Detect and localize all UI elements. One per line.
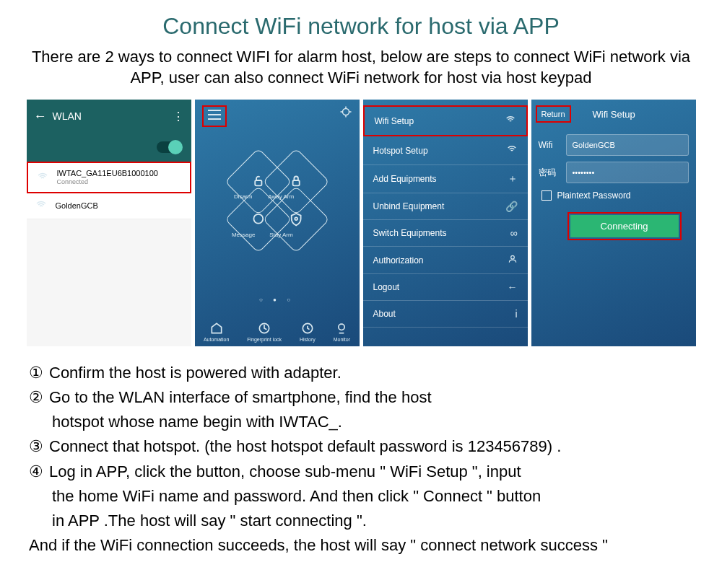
wlan-app-bar: ← WLAN ⋮: [27, 100, 191, 133]
step-text: hotspot whose name begin with IWTAC_.: [52, 410, 693, 434]
password-label: 密码: [539, 167, 566, 179]
connect-button-highlight: Connecting: [567, 212, 682, 240]
step-text: Confirm the host is powered with adapter…: [49, 361, 693, 385]
plus-icon: ＋: [508, 172, 518, 185]
wifi-icon: [506, 144, 518, 157]
user-icon: [508, 254, 518, 266]
step-text: Go to the WLAN interface of smartphone, …: [49, 385, 693, 410]
wlan-toggle-row: [27, 133, 191, 162]
wifi-input[interactable]: GoldenGCB: [566, 134, 689, 156]
svg-point-8: [510, 256, 514, 260]
wifi-icon: [37, 171, 48, 185]
back-icon[interactable]: ←: [34, 109, 47, 124]
svg-point-0: [342, 109, 349, 115]
step-text: Connect that hotspot. (the host hotspot …: [49, 434, 693, 459]
nav-fingerprint[interactable]: Fingerprint lock: [247, 321, 282, 342]
arm-diamond: Away Arm Disarm Stay Arm Message: [206, 129, 349, 272]
svg-point-7: [339, 324, 344, 330]
satellite-icon[interactable]: [339, 105, 352, 127]
wifi-setup-title: Wifi Setup: [593, 109, 635, 120]
instruction-steps: ①Confirm the host is powered with adapte…: [22, 361, 700, 558]
screenshot-row: ← WLAN ⋮ IWTAC_GA11EU6B1000100 Connected…: [22, 100, 700, 346]
step-number: ③: [29, 434, 43, 459]
svg-rect-1: [292, 180, 299, 185]
wifi-icon: [35, 199, 47, 213]
plaintext-checkbox[interactable]: Plaintext Password: [542, 190, 686, 201]
screen-wifi-setup: Return Wifi Setup Wifi GoldenGCB 密码 ••••…: [531, 100, 696, 346]
bottom-nav: Automation Fingerprint lock History Moni…: [195, 317, 360, 346]
menu-logout[interactable]: Logout←: [363, 274, 528, 301]
connect-button[interactable]: Connecting: [570, 215, 679, 237]
menu-wifi-setup[interactable]: Wifi Setup: [363, 105, 528, 136]
menu-hotspot[interactable]: Hotspot Setup: [363, 136, 528, 165]
password-input[interactable]: ••••••••: [566, 162, 689, 183]
step-number: ①: [29, 361, 43, 385]
step-text: the home WiFi name and password. And the…: [52, 484, 693, 509]
wifi-network-name: GoldenGCB: [56, 201, 98, 211]
step-number: ②: [29, 385, 43, 410]
wifi-network-item[interactable]: GoldenGCB: [27, 193, 191, 219]
overflow-icon[interactable]: ⋮: [173, 110, 184, 123]
page-indicator: ○ ● ○: [195, 297, 360, 303]
menu-add-equip[interactable]: Add Equipments＋: [363, 165, 528, 193]
info-icon: i: [515, 308, 517, 320]
wifi-toggle[interactable]: [157, 141, 181, 153]
wifi-network-selected[interactable]: IWTAC_GA11EU6B1000100 Connected: [27, 162, 191, 193]
screen-app-home: Away Arm Disarm Stay Arm Message ○ ● ○ A…: [195, 100, 360, 346]
step-text: Log in APP, click the button, choose sub…: [49, 460, 693, 484]
step-text: in APP .The host will say " start connec…: [52, 509, 693, 533]
screen-wlan: ← WLAN ⋮ IWTAC_GA11EU6B1000100 Connected…: [27, 100, 191, 346]
step-text: And if the WiFi connection succeeds, the…: [29, 533, 693, 558]
checkbox-icon: [542, 190, 552, 201]
svg-point-4: [253, 214, 263, 224]
menu-about[interactable]: Abouti: [363, 301, 528, 328]
wifi-icon: [505, 114, 516, 128]
hamburger-icon[interactable]: [202, 105, 227, 127]
link-icon: 🔗: [505, 201, 518, 212]
step-number: ④: [29, 460, 43, 484]
arrow-left-icon: ←: [508, 281, 518, 293]
return-button[interactable]: Return: [536, 105, 571, 123]
menu-unbind[interactable]: Unbind Equipment🔗: [363, 193, 528, 220]
nav-automation[interactable]: Automation: [204, 321, 229, 342]
wifi-label: Wifi: [539, 140, 566, 150]
menu-auth[interactable]: Authorization: [363, 247, 528, 274]
screen-menu: Wifi Setup Hotspot Setup Add Equipments＋…: [363, 100, 528, 346]
page-subtitle: There are 2 ways to connect WIFI for ala…: [22, 47, 700, 88]
svg-rect-2: [255, 180, 261, 185]
nav-monitor[interactable]: Monitor: [334, 321, 350, 342]
svg-point-3: [295, 218, 297, 221]
wlan-title: WLAN: [53, 110, 173, 122]
menu-switch[interactable]: Switch Equipments∞: [363, 220, 528, 247]
nav-history[interactable]: History: [300, 321, 316, 342]
page-title: Connect WiFi network for host via APP: [22, 13, 700, 40]
infinity-icon: ∞: [510, 227, 518, 239]
wifi-network-text: IWTAC_GA11EU6B1000100 Connected: [57, 169, 158, 186]
